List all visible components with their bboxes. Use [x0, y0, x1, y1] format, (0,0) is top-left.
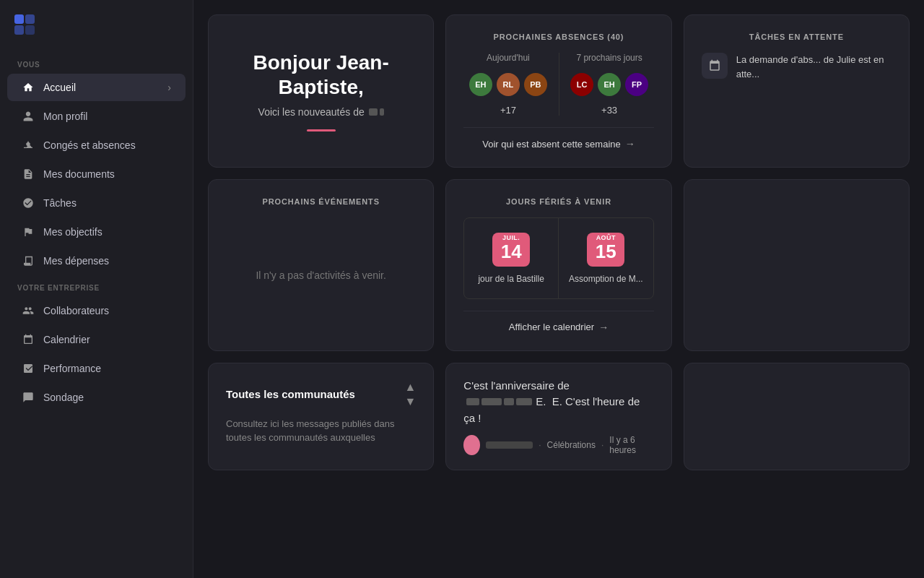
birthday-card: C'est l'anniversaire de E. E. C'est l'he… — [445, 363, 671, 471]
sidebar-item-objectifs-label: Mes objectifs — [43, 226, 103, 238]
absences-upcoming-col: 7 prochains jours LC EH FP +33 — [565, 53, 654, 116]
sidebar-item-mon-profil[interactable]: Mon profil — [7, 103, 186, 130]
row-3-grid: Toutes les communautés ▲ ▼ Consultez ici… — [208, 363, 910, 471]
beach-icon — [22, 139, 35, 152]
users-icon — [22, 304, 35, 317]
sidebar-item-documents-label: Mes documents — [43, 168, 115, 180]
assomption-name: Assomption de M... — [569, 274, 643, 284]
app-logo-icon — [14, 14, 38, 38]
sidebar-item-conges-label: Congés et absences — [43, 139, 136, 151]
sidebar-item-taches[interactable]: Tâches — [7, 189, 186, 217]
upcoming-count: +33 — [601, 105, 617, 116]
check-circle-icon — [22, 197, 35, 210]
sidebar: VOUS Accueil › Mon profil Congés et abse… — [0, 0, 193, 578]
file-icon — [22, 168, 35, 181]
calendar-arrow-icon: → — [598, 322, 609, 333]
absences-card-title: PROCHAINES ABSENCES (40) — [463, 33, 653, 41]
birthday-name-blurred: E. — [466, 394, 546, 410]
svg-rect-2 — [14, 25, 24, 35]
bastille-name: jour de la Bastille — [478, 274, 544, 284]
row2-right-placeholder — [684, 179, 910, 351]
avatar-rl: RL — [497, 73, 520, 96]
chevron-right-icon: › — [167, 82, 171, 93]
events-card-title: PROCHAINS ÉVÉNEMENTS — [226, 197, 416, 206]
task-text: La demande d'abs... de Julie est en atte… — [736, 53, 892, 81]
sidebar-item-documents[interactable]: Mes documents — [7, 160, 186, 188]
communities-header: Toutes les communautés ▲ ▼ — [226, 381, 416, 408]
avatar-fp: FP — [625, 73, 648, 96]
holidays-card: JOURS FÉRIÉS À VENIR JUIL. 14 jour de la… — [445, 179, 671, 351]
sidebar-item-performance[interactable]: Performance — [7, 355, 186, 382]
holidays-card-title: JOURS FÉRIÉS À VENIR — [463, 197, 653, 206]
sidebar-item-collaborateurs-label: Collaborateurs — [43, 305, 109, 316]
task-item: La demande d'abs... de Julie est en atte… — [702, 53, 892, 81]
assomption-date-badge: AOÛT 15 — [587, 233, 624, 267]
today-count: +17 — [500, 105, 516, 116]
upcoming-label: 7 prochains jours — [576, 53, 642, 63]
user-icon — [22, 110, 35, 123]
birthday-meta: · Célébrations · Il y a 6 heures — [463, 435, 653, 455]
vous-section-label: VOUS — [0, 52, 193, 73]
svg-rect-1 — [25, 14, 35, 24]
chevron-up-icon: ▲ — [404, 381, 416, 394]
bastille-day: 14 — [501, 241, 522, 262]
row3-right-placeholder — [684, 363, 910, 471]
see-absent-link[interactable]: Voir qui est absent cette semaine → — [463, 127, 653, 150]
today-avatars: EH RL PB — [469, 73, 547, 96]
bastille-date-badge: JUIL. 14 — [492, 233, 530, 267]
events-empty-text: Il n'y a pas d'activités à venir. — [226, 217, 416, 333]
welcome-title: Bonjour Jean-Baptiste, — [232, 51, 410, 99]
sidebar-item-depenses[interactable]: Mes dépenses — [7, 247, 186, 275]
communities-title: Toutes les communautés — [226, 388, 355, 400]
app-name-blurred — [369, 108, 384, 116]
home-icon — [22, 81, 35, 94]
entreprise-section-label: VOTRE ENTREPRISE — [0, 275, 193, 296]
avatar-eh-2: EH — [598, 73, 621, 96]
birthday-avatar — [463, 435, 480, 455]
arrow-right-icon: → — [625, 138, 635, 150]
absences-card: PROCHAINES ABSENCES (40) Aujourd'hui EH … — [445, 14, 671, 168]
birthday-text: C'est l'anniversaire de E. E. C'est l'he… — [463, 378, 653, 427]
sidebar-item-taches-label: Tâches — [43, 197, 77, 209]
events-card: PROCHAINS ÉVÉNEMENTS Il n'y a pas d'acti… — [208, 179, 434, 351]
calendar-icon — [22, 333, 35, 346]
communities-desc: Consultez ici les messages publiés dans … — [226, 417, 416, 445]
holidays-grid: JUIL. 14 jour de la Bastille AOÛT 15 Ass… — [463, 217, 653, 299]
sidebar-item-calendrier-label: Calendrier — [43, 334, 90, 345]
sidebar-item-accueil[interactable]: Accueil › — [7, 74, 186, 101]
sidebar-item-sondage[interactable]: Sondage — [7, 384, 186, 411]
chat-icon — [22, 391, 35, 404]
birthday-meta-name-blur — [486, 441, 533, 449]
sidebar-item-conges[interactable]: Congés et absences — [7, 131, 186, 159]
sidebar-item-calendrier[interactable]: Calendrier — [7, 326, 186, 353]
today-label: Aujourd'hui — [487, 53, 530, 63]
task-calendar-icon — [702, 53, 728, 79]
communities-toggle-button[interactable]: ▲ ▼ — [404, 381, 416, 408]
communities-card: Toutes les communautés ▲ ▼ Consultez ici… — [208, 363, 434, 471]
avatar-lc: LC — [570, 73, 593, 96]
sidebar-item-mon-profil-label: Mon profil — [43, 111, 87, 122]
absences-today-col: Aujourd'hui EH RL PB +17 — [463, 53, 552, 116]
sidebar-item-collaborateurs[interactable]: Collaborateurs — [7, 297, 186, 324]
holiday-item-assomption: AOÛT 15 Assomption de M... — [559, 218, 653, 298]
upcoming-avatars: LC EH FP — [570, 73, 648, 96]
flag-icon — [22, 225, 35, 238]
meta-separator-1: · — [539, 440, 541, 450]
welcome-divider — [307, 129, 336, 131]
birthday-time: Il y a 6 heures — [609, 435, 653, 455]
see-absent-text: Voir qui est absent cette semaine — [482, 139, 621, 150]
calendar-link[interactable]: Afficher le calendrier → — [463, 311, 653, 333]
birthday-text-prefix: C'est l'anniversaire de — [463, 379, 570, 392]
chart-icon — [22, 362, 35, 375]
holiday-item-bastille: JUIL. 14 jour de la Bastille — [464, 218, 559, 298]
receipt-icon — [22, 254, 35, 267]
svg-rect-3 — [25, 25, 35, 35]
sidebar-item-accueil-label: Accueil — [43, 82, 76, 93]
sidebar-item-objectifs[interactable]: Mes objectifs — [7, 218, 186, 246]
avatar-pb: PB — [524, 73, 547, 96]
assomption-day: 15 — [596, 241, 616, 262]
row-2-grid: PROCHAINS ÉVÉNEMENTS Il n'y a pas d'acti… — [208, 179, 910, 351]
sidebar-item-performance-label: Performance — [43, 363, 101, 374]
chevron-down-icon: ▼ — [404, 395, 416, 408]
avatar-eh-1: EH — [469, 73, 492, 96]
